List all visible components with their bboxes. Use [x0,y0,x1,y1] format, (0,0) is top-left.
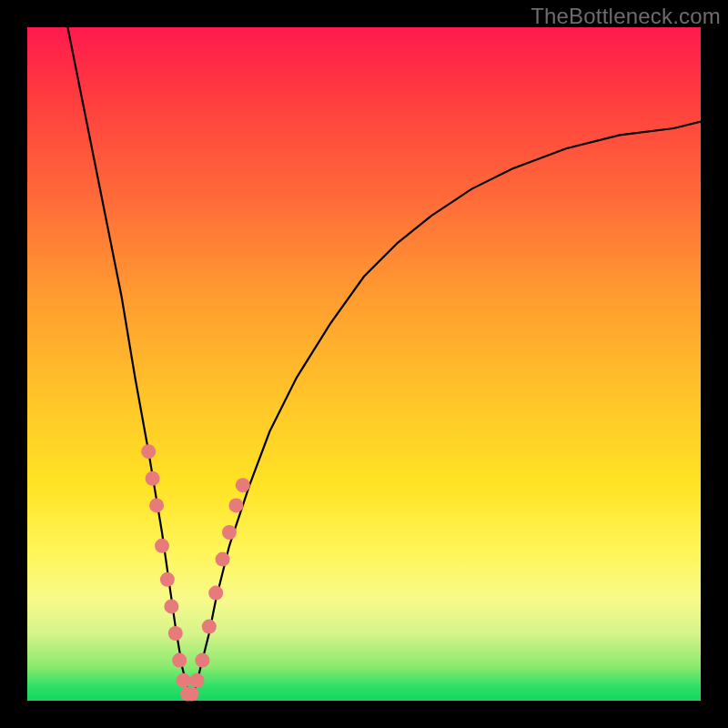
curve-marker [216,552,230,567]
curve-marker [164,599,178,613]
bottleneck-curve-svg [27,27,701,701]
bottleneck-curve-path [67,27,701,694]
curve-marker [146,471,160,486]
curve-marker [168,626,183,641]
curve-marker [149,498,164,512]
curve-marker [236,478,250,492]
curve-marker [228,498,243,512]
chart-frame: TheBottleneck.com [0,0,728,728]
watermark-text: TheBottleneck.com [531,4,721,29]
curve-marker [172,653,187,668]
curve-marker [202,620,217,634]
curve-marker [160,572,175,587]
plot-area [27,27,701,701]
curve-markers [141,444,250,701]
curve-marker [177,673,191,688]
curve-marker [195,653,209,668]
curve-marker [185,687,199,702]
curve-marker [222,525,237,540]
curve-marker [141,444,156,459]
curve-marker [155,539,169,553]
curve-marker [208,586,223,601]
curve-marker [190,673,205,688]
